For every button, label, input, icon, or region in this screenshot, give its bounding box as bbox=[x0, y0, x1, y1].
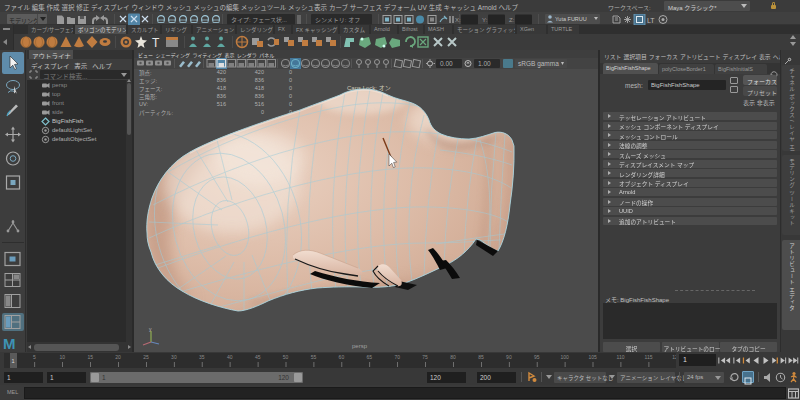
svg-text:115: 115 bbox=[645, 354, 653, 360]
svg-text:sRGB gamma: sRGB gamma bbox=[518, 60, 559, 68]
svg-text:120: 120 bbox=[672, 354, 676, 360]
svg-text:20: 20 bbox=[115, 354, 121, 360]
svg-text:タイプ: フェース状...: タイプ: フェース状... bbox=[231, 16, 287, 23]
svg-text:M: M bbox=[3, 335, 16, 352]
svg-text:Z:: Z: bbox=[509, 17, 515, 23]
svg-text:1: 1 bbox=[11, 358, 14, 364]
svg-text:5: 5 bbox=[33, 354, 36, 360]
svg-text:80: 80 bbox=[450, 354, 456, 360]
svg-text:25: 25 bbox=[143, 354, 149, 360]
svg-text:75: 75 bbox=[422, 354, 428, 360]
svg-text:15: 15 bbox=[87, 354, 93, 360]
svg-text:110: 110 bbox=[617, 354, 625, 360]
svg-text:0.00: 0.00 bbox=[440, 60, 453, 67]
svg-text:60: 60 bbox=[339, 354, 345, 360]
svg-text:LT: LT bbox=[647, 17, 655, 24]
svg-text:65: 65 bbox=[367, 354, 373, 360]
svg-text:100: 100 bbox=[561, 354, 570, 360]
svg-text:85: 85 bbox=[478, 354, 484, 360]
svg-text:35: 35 bbox=[199, 354, 205, 360]
svg-text:Y:: Y: bbox=[482, 17, 488, 23]
svg-text:T: T bbox=[152, 36, 160, 50]
svg-text:50: 50 bbox=[283, 354, 289, 360]
svg-text:X:: X: bbox=[455, 17, 461, 23]
svg-text:1.00: 1.00 bbox=[478, 60, 491, 67]
svg-text:95: 95 bbox=[534, 354, 540, 360]
svg-text:105: 105 bbox=[588, 354, 597, 360]
svg-text:70: 70 bbox=[394, 354, 400, 360]
svg-text:10: 10 bbox=[59, 354, 65, 360]
svg-text:40: 40 bbox=[227, 354, 233, 360]
svg-text:y: y bbox=[149, 326, 152, 332]
svg-text:55: 55 bbox=[311, 354, 317, 360]
svg-text:90: 90 bbox=[506, 354, 512, 360]
svg-text:30: 30 bbox=[171, 354, 177, 360]
svg-text:45: 45 bbox=[255, 354, 261, 360]
svg-text:シンメトリ: オフ: シンメトリ: オフ bbox=[315, 17, 360, 23]
